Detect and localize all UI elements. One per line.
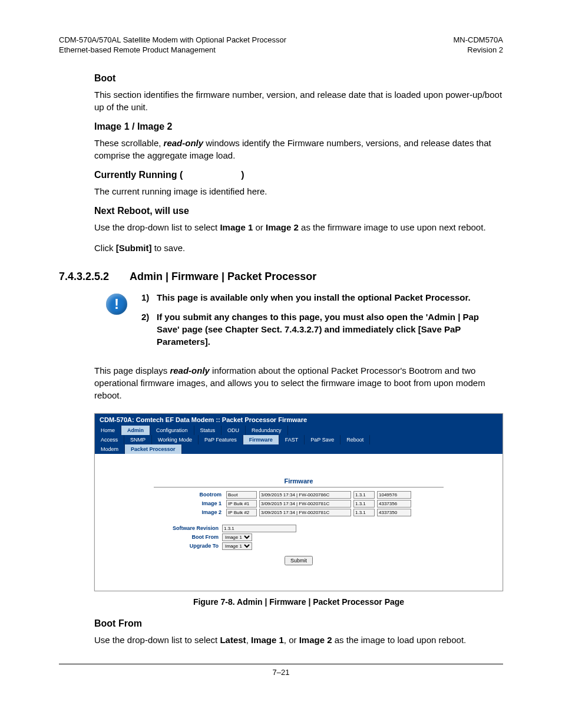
submit-button[interactable] [285, 556, 313, 565]
note-item-1: 1) This page is available only when you … [141, 291, 503, 304]
ss-tabs-row3: Modem Packet Processor [95, 444, 503, 454]
tab-status[interactable]: Status [194, 426, 222, 435]
header-left-line1: CDM-570A/570AL Satellite Modem with Opti… [59, 35, 286, 45]
embedded-screenshot: CDM-570A: Comtech EF Data Modem :: Packe… [94, 413, 503, 591]
curr-run-text: The current running image is identified … [94, 185, 503, 197]
currently-running-heading: Currently Running ( ) [94, 170, 503, 180]
fw-heading: Firmware [107, 477, 491, 485]
note-item-2: 2) If you submit any changes to this pag… [141, 311, 503, 348]
next-reboot-or: or [253, 222, 266, 232]
next-reboot-heading: Next Reboot, will use [94, 206, 503, 216]
bf-c2: , or [284, 635, 299, 645]
header-right-line1: MN-CDM570A [453, 35, 503, 45]
boot-from-text: Use the drop-down list to select Latest,… [94, 634, 503, 646]
boot-text: This section identifies the firmware num… [94, 88, 503, 113]
submit-text: [Submit] [116, 243, 152, 253]
bf-c1: , [246, 635, 251, 645]
bootrom-f2 [259, 491, 351, 499]
tab-fast[interactable]: FAST [279, 435, 305, 444]
bootfrom-label: Boot From [148, 534, 222, 540]
figure-caption: Figure 7-8. Admin | Firmware | Packet Pr… [94, 597, 503, 607]
tab-odu[interactable]: ODU [222, 426, 246, 435]
bootfrom-row: Boot From Image 1 [148, 533, 491, 541]
tab-snmp[interactable]: SNMP [124, 435, 152, 444]
tab-packet-processor[interactable]: Packet Processor [125, 444, 182, 454]
submit-row [107, 556, 491, 565]
click-text: Click [94, 243, 116, 253]
image2-f1 [226, 509, 257, 516]
header-left-line2: Ethernet-based Remote Product Management [59, 45, 286, 55]
bootrom-label: Bootrom [186, 492, 224, 498]
header-right: MN-CDM570A Revision 2 [453, 35, 503, 55]
ss-tabs-row2: Access SNMP Working Mode PaP Features Fi… [95, 435, 503, 444]
tab-working-mode[interactable]: Working Mode [152, 435, 199, 444]
section-number: 7.4.3.2.5.2 [59, 271, 130, 283]
next-reboot-img1: Image 1 [220, 222, 253, 232]
image2-f4 [377, 509, 411, 516]
image2-f3 [353, 509, 375, 516]
content-body: Boot This section identifies the firmwar… [59, 73, 503, 646]
tab-modem[interactable]: Modem [95, 444, 125, 454]
tab-firmware[interactable]: Firmware [243, 435, 279, 444]
next-reboot-text: Use the drop-down list to select Image 1… [94, 221, 503, 233]
image1-f4 [377, 500, 411, 508]
bf-latest: Latest [220, 635, 246, 645]
tab-configuration[interactable]: Configuration [150, 426, 194, 435]
tab-admin[interactable]: Admin [121, 426, 150, 435]
bf-b: as the image to load upon reboot. [332, 635, 467, 645]
image1-f2 [259, 500, 351, 508]
bf-a: Use the drop-down list to select [94, 635, 220, 645]
bf-img1: Image 1 [251, 635, 284, 645]
ss-body: Firmware Bootrom Image 1 Im [95, 454, 503, 591]
image1-f1 [226, 500, 257, 508]
section-heading: 7.4.3.2.5.2 Admin | Firmware | Packet Pr… [94, 271, 503, 283]
swrev-row: Software Revision [148, 525, 491, 532]
tab-home[interactable]: Home [95, 426, 121, 435]
fw-rule [154, 487, 444, 487]
fw-row-image1: Image 1 [107, 500, 491, 508]
header-left: CDM-570A/570AL Satellite Modem with Opti… [59, 35, 286, 55]
note-num-2: 2) [141, 311, 157, 348]
note-text-1: This page is available only when you ins… [157, 291, 471, 304]
bootrom-f4 [377, 491, 411, 499]
ctrl-block: Software Revision Boot From Image 1 Upgr… [148, 525, 491, 550]
image12-heading: Image 1 / Image 2 [94, 121, 503, 132]
page: CDM-570A/570AL Satellite Modem with Opti… [0, 0, 562, 700]
save-text: to save. [152, 243, 186, 253]
upgrade-label: Upgrade To [148, 543, 222, 549]
note-block: ! 1) This page is available only when yo… [106, 291, 503, 355]
curr-run-b: ) [241, 170, 244, 180]
swrev-label: Software Revision [148, 525, 222, 531]
next-reboot-click: Click [Submit] to save. [94, 242, 503, 254]
image12-readonly: read-only [164, 138, 204, 148]
fw-row-bootrom: Bootrom [107, 491, 491, 499]
upgrade-select[interactable]: Image 1 [222, 542, 252, 550]
swrev-value [222, 525, 296, 532]
bootfrom-select[interactable]: Image 1 [222, 533, 252, 541]
image2-f2 [259, 509, 351, 516]
running-header: CDM-570A/570AL Satellite Modem with Opti… [59, 35, 503, 55]
note-list: 1) This page is available only when you … [141, 291, 503, 355]
desc-ro: read-only [170, 365, 210, 375]
tab-access[interactable]: Access [95, 435, 124, 444]
bootrom-f1 [226, 491, 257, 499]
upgrade-row: Upgrade To Image 1 [148, 542, 491, 550]
note-num-1: 1) [141, 291, 157, 304]
bf-img2: Image 2 [299, 635, 332, 645]
image1-label: Image 1 [186, 500, 224, 506]
alert-icon: ! [106, 294, 127, 315]
desc-a: This page displays [94, 365, 170, 375]
tab-pap-save[interactable]: PaP Save [305, 435, 340, 444]
next-reboot-b: as the firmware image to use upon next r… [299, 222, 486, 232]
tab-reboot[interactable]: Reboot [340, 435, 370, 444]
fw-row-image2: Image 2 [107, 509, 491, 516]
next-reboot-a: Use the drop-down list to select [94, 222, 220, 232]
tab-pap-features[interactable]: PaP Features [199, 435, 243, 444]
note-text-2: If you submit any changes to this page, … [157, 311, 503, 348]
section-title: Admin | Firmware | Packet Processor [130, 271, 316, 283]
image12-prefix: These scrollable, [94, 138, 164, 148]
page-footer: 7–21 [59, 664, 503, 677]
image1-f3 [353, 500, 375, 508]
tab-redundancy[interactable]: Redundancy [246, 426, 288, 435]
desc-text: This page displays read-only information… [94, 364, 503, 401]
